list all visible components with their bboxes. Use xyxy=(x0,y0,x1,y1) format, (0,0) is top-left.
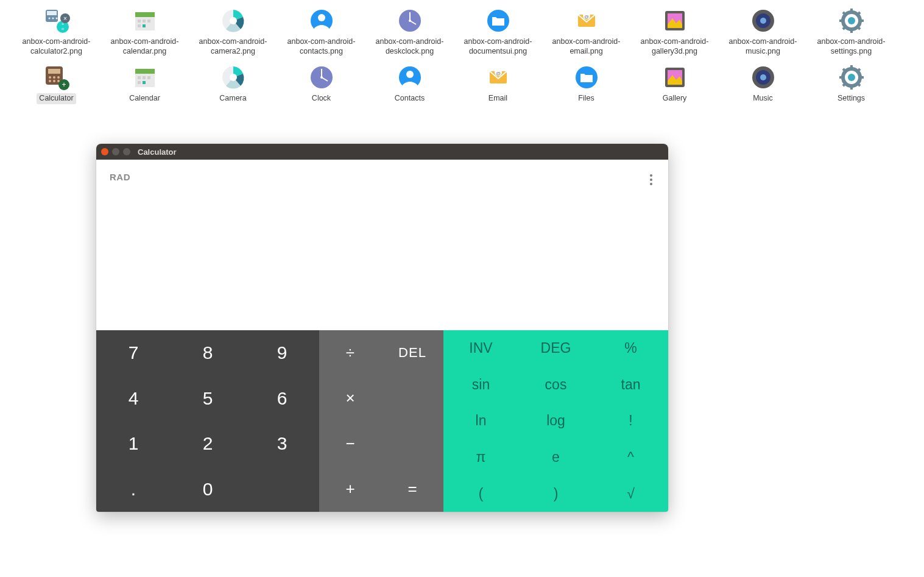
key-sqrt[interactable]: √ xyxy=(593,475,668,512)
desktop-icon-app[interactable]: Camera xyxy=(189,62,277,105)
key-1[interactable]: 1 xyxy=(96,421,171,467)
window-maximize-button[interactable] xyxy=(123,148,130,155)
desktop-icon-file[interactable]: anbox-com-android-deskclock.png xyxy=(365,5,454,58)
desktop-icon-app[interactable]: Gallery xyxy=(630,62,719,105)
key-empty xyxy=(245,467,319,512)
clock-app-icon xyxy=(307,63,336,92)
key-add[interactable]: + xyxy=(319,467,381,512)
desktop-icon-label: Calendar xyxy=(127,93,163,104)
key-decimal[interactable]: . xyxy=(96,467,171,512)
desktop-icon-file[interactable]: anbox-com-android-camera2.png xyxy=(189,5,277,58)
desktop-icon-file[interactable]: anbox-com-android-documentsui.png xyxy=(454,5,542,58)
desktop-icon-file[interactable]: anbox-com-android-calendar.png xyxy=(101,5,189,58)
key-factorial[interactable]: ! xyxy=(593,403,668,439)
desktop-icon-app[interactable]: Clock xyxy=(277,62,365,105)
window-title: Calculator xyxy=(138,147,177,157)
desktop-icon-file[interactable]: anbox-com-android-settings.png xyxy=(807,5,895,58)
key-cos[interactable]: cos xyxy=(518,367,593,403)
window-minimize-button[interactable] xyxy=(112,148,119,155)
contacts-app-icon xyxy=(395,63,425,92)
svg-rect-52 xyxy=(135,69,155,74)
key-9[interactable]: 9 xyxy=(245,330,319,376)
desktop-icon-label: anbox-com-android-email.png xyxy=(544,37,629,57)
desktop-icon-file[interactable]: anbox-com-android-music.png xyxy=(719,5,807,58)
key-equals[interactable]: = xyxy=(381,467,443,512)
desktop-icon-app[interactable]: Calendar xyxy=(101,62,189,105)
key-6[interactable]: 6 xyxy=(245,376,319,422)
camera-icon xyxy=(219,6,248,35)
desktop-icon-file[interactable]: anbox-com-android-gallery3d.png xyxy=(630,5,719,58)
svg-rect-15 xyxy=(138,24,141,27)
calculator-window: Calculator RAD 7 8 9 4 5 6 1 2 3 . 0 ÷ D… xyxy=(96,144,668,512)
camera-app-icon xyxy=(219,63,248,92)
svg-rect-57 xyxy=(138,81,141,84)
desktop-icon-file[interactable]: +=× anbox-com-android-calculator2.png xyxy=(12,5,101,58)
desktop-icon-app[interactable]: Files xyxy=(542,62,630,105)
svg-point-45 xyxy=(53,76,55,79)
desktop-icon-label: anbox-com-android-documentsui.png xyxy=(456,37,541,57)
key-empty xyxy=(381,421,443,467)
svg-point-48 xyxy=(53,80,55,82)
key-pi[interactable]: π xyxy=(443,439,518,476)
key-paren-close[interactable]: ) xyxy=(518,475,593,512)
key-ln[interactable]: ln xyxy=(443,403,518,439)
desktop-icon-label: anbox-com-android-camera2.png xyxy=(191,37,276,57)
key-5[interactable]: 5 xyxy=(171,376,245,422)
gallery-icon xyxy=(660,6,689,35)
key-power[interactable]: ^ xyxy=(593,439,668,476)
svg-rect-55 xyxy=(143,76,146,79)
desktop-icon-label: anbox-com-android-deskclock.png xyxy=(367,37,453,57)
desktop-icon-app[interactable]: Settings xyxy=(807,62,895,105)
svg-point-41 xyxy=(848,17,855,24)
calendar-app-icon xyxy=(130,63,160,92)
desktop-icon-label: anbox-com-android-contacts.png xyxy=(279,37,364,57)
music-icon xyxy=(749,6,778,35)
desktop-icon-label: anbox-com-android-music.png xyxy=(721,37,806,57)
svg-point-60 xyxy=(230,74,237,81)
key-7[interactable]: 7 xyxy=(96,330,171,376)
key-percent[interactable]: % xyxy=(593,330,668,367)
svg-point-83 xyxy=(848,74,855,81)
calendar-icon xyxy=(130,6,160,35)
key-paren-open[interactable]: ( xyxy=(443,475,518,512)
angle-mode-label[interactable]: RAD xyxy=(110,172,130,182)
email-icon: @ xyxy=(572,6,601,35)
key-subtract[interactable]: − xyxy=(319,421,381,467)
key-sin[interactable]: sin xyxy=(443,367,518,403)
clock-icon xyxy=(395,6,425,35)
desktop-icon-app[interactable]: Contacts xyxy=(365,62,454,105)
key-divide[interactable]: ÷ xyxy=(319,330,381,376)
titlebar[interactable]: Calculator xyxy=(96,144,668,160)
svg-point-44 xyxy=(49,76,51,79)
desktop-icon-app[interactable]: + Calculator xyxy=(12,62,101,105)
key-delete[interactable]: DEL xyxy=(381,330,443,376)
key-0[interactable]: 0 xyxy=(171,467,245,512)
desktop-icon-label: anbox-com-android-calendar.png xyxy=(102,37,188,57)
svg-point-3 xyxy=(52,18,54,19)
key-multiply[interactable]: × xyxy=(319,376,381,422)
music-app-icon xyxy=(749,63,778,92)
svg-rect-16 xyxy=(143,24,146,27)
key-deg[interactable]: DEG xyxy=(518,330,593,367)
key-tan[interactable]: tan xyxy=(593,367,668,403)
desktop-icon-label: Email xyxy=(486,93,510,104)
key-4[interactable]: 4 xyxy=(96,376,171,422)
svg-text:@: @ xyxy=(495,71,500,76)
key-3[interactable]: 3 xyxy=(245,421,319,467)
key-8[interactable]: 8 xyxy=(171,330,245,376)
key-2[interactable]: 2 xyxy=(171,421,245,467)
desktop-icon-label: anbox-com-android-settings.png xyxy=(809,37,894,57)
window-close-button[interactable] xyxy=(101,148,108,155)
desktop-icon-app[interactable]: @ Email xyxy=(454,62,542,105)
svg-point-18 xyxy=(230,17,237,24)
key-log[interactable]: log xyxy=(518,403,593,439)
gallery-app-icon xyxy=(660,63,689,92)
desktop-icon-file[interactable]: anbox-com-android-contacts.png xyxy=(277,5,365,58)
svg-rect-11 xyxy=(135,17,155,30)
key-inv[interactable]: INV xyxy=(443,330,518,367)
svg-point-47 xyxy=(49,80,51,82)
key-e[interactable]: e xyxy=(518,439,593,476)
desktop-icon-app[interactable]: Music xyxy=(719,62,807,105)
desktop-icon-file[interactable]: @ anbox-com-android-email.png xyxy=(542,5,630,58)
more-menu-icon[interactable] xyxy=(646,171,656,189)
